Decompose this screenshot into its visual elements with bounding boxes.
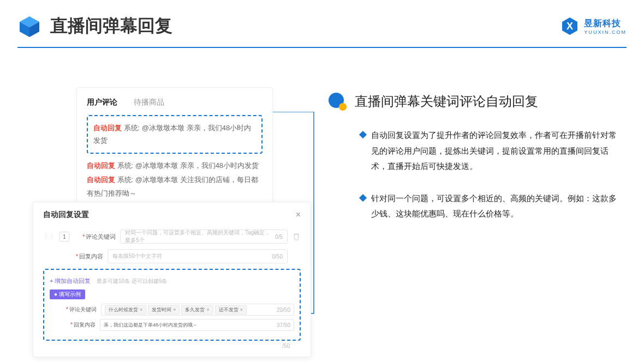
header-divider xyxy=(17,47,627,48)
keyword-input[interactable]: 对同一个问题，可设置多个相近、高频的关键词，Tag确定，最多5个 0/5 xyxy=(120,230,288,244)
section-title: 直播间弹幕关键词评论自动回复 xyxy=(355,93,538,110)
keyword-tag[interactable]: 还不发货× xyxy=(215,305,247,315)
comments-panel: 用户评论 待播商品 自动回复 系统: @冰墩墩本墩 亲亲，我们48小时内发货 自… xyxy=(76,87,273,212)
example-section: + 增加自动回复 最多可建10条 还可以创建9条 ● 填写示例 *评论关键词 什… xyxy=(43,269,301,341)
chat-bubble-icon xyxy=(327,92,347,111)
drag-handle-icon[interactable]: ⋮⋮ xyxy=(43,233,55,240)
brand-url: YUUXIN.COM xyxy=(584,29,627,35)
brand-name: 昱新科技 xyxy=(584,18,627,29)
content-label: *回复内容 xyxy=(74,252,103,261)
example-tags: 什么时候发货×发货时间×多久发货×还不发货× xyxy=(105,305,248,315)
add-auto-reply-link[interactable]: + 增加自动回复 xyxy=(50,277,91,284)
keyword-tag[interactable]: 什么时候发货× xyxy=(105,305,146,315)
content-input[interactable]: 每条限50个中文字符 0/50 xyxy=(108,249,288,263)
close-icon[interactable]: × xyxy=(296,210,301,220)
comment-line: 自动回复 系统: @冰墩墩本墩 关注我们的店铺，每日都有热门推荐呦～ xyxy=(87,173,263,200)
highlighted-comment: 自动回复 系统: @冰墩墩本墩 亲亲，我们48小时内发货 xyxy=(87,115,263,154)
keyword-tag[interactable]: 多久发货× xyxy=(181,305,213,315)
example-badge: ● 填写示例 xyxy=(50,289,85,299)
brand-logo-area: X 昱新科技 YUUXIN.COM xyxy=(560,16,627,36)
ex-content-input[interactable]: 亲，我们这边都是下单48小时内发货的哦～ 37/50 xyxy=(100,319,294,331)
tab-pending-products[interactable]: 待播商品 xyxy=(134,98,164,107)
cube-icon xyxy=(17,14,41,38)
auto-reply-settings-panel: 自动回复设置 × ⋮⋮ 1 *评论关键词 对同一个问题，可设置多个相近、高频的关… xyxy=(33,202,311,357)
brand-icon: X xyxy=(560,16,580,36)
bullet-item: 自动回复设置为了提升作者的评论回复效率，作者可在开播前针对常见的评论用户问题，提… xyxy=(360,128,622,174)
ex-keyword-label: *评论关键词 xyxy=(66,306,97,313)
bullet-text: 自动回复设置为了提升作者的评论回复效率，作者可在开播前针对常见的评论用户问题，提… xyxy=(371,128,622,174)
add-hint: 最多可建10条 还可以创建9条 xyxy=(97,278,167,284)
tab-user-comments[interactable]: 用户评论 xyxy=(87,98,117,107)
diamond-icon xyxy=(359,131,367,138)
content-counter: 0/50 xyxy=(272,254,283,260)
bullet-text: 针对同一个问题，可设置多个相近的、高频的关键词。例如：这款多少钱、这块能优惠吗、… xyxy=(371,191,622,222)
settings-title: 自动回复设置 xyxy=(43,210,89,220)
page-title: 直播间弹幕回复 xyxy=(50,14,172,38)
delete-icon[interactable] xyxy=(292,232,301,241)
svg-text:X: X xyxy=(567,21,573,32)
keyword-label: *评论关键词 xyxy=(82,233,116,241)
auto-reply-label: 自动回复 xyxy=(93,124,122,132)
keyword-tag[interactable]: 发货时间× xyxy=(148,305,180,315)
keyword-counter: 0/5 xyxy=(275,234,283,240)
bullet-item: 针对同一个问题，可设置多个相近的、高频的关键词。例如：这款多少钱、这块能优惠吗、… xyxy=(360,191,622,222)
ex-keyword-input[interactable]: 什么时候发货×发货时间×多久发货×还不发货× 20/50 xyxy=(101,304,294,316)
diamond-icon xyxy=(359,194,367,201)
svg-point-5 xyxy=(339,103,347,111)
ex-content-label: *回复内容 xyxy=(66,321,96,329)
comment-line: 自动回复 系统: @冰墩墩本墩 亲亲，我们48小时内发货 xyxy=(87,159,263,173)
outer-counter: /50 xyxy=(43,343,301,349)
row-number: 1 xyxy=(59,232,69,242)
